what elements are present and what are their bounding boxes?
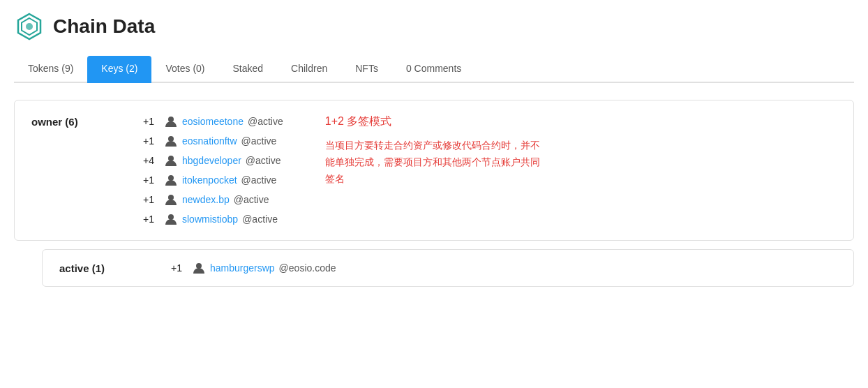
- key-row: +1 newdex.bp @active: [143, 193, 283, 207]
- svg-point-8: [168, 214, 174, 220]
- person-icon: [192, 261, 206, 275]
- svg-point-5: [168, 156, 174, 161]
- key-weight: +1: [143, 174, 160, 186]
- person-icon: [164, 212, 178, 226]
- active-section-label: active (1): [59, 261, 171, 275]
- owner-section: owner (6) +1 eosiomeetone @active +1 eos…: [14, 100, 854, 241]
- key-row: +4 hbgdeveloper @active: [143, 154, 283, 167]
- key-account-link[interactable]: hamburgerswp: [210, 262, 275, 274]
- key-permission: @active: [242, 214, 278, 225]
- owner-keys-list: +1 eosiomeetone @active +1 eosnationftw …: [143, 114, 283, 226]
- svg-point-7: [168, 195, 174, 200]
- key-weight: +4: [143, 155, 160, 166]
- key-row: +1 slowmistiobp @active: [143, 212, 283, 226]
- active-keys-list: +1 hamburgerswp @eosio.code: [171, 261, 336, 275]
- key-weight: +1: [143, 194, 160, 205]
- svg-point-3: [168, 117, 174, 122]
- svg-point-6: [168, 175, 174, 181]
- key-row: +1 itokenpocket @active: [143, 173, 283, 187]
- tab-nfts[interactable]: NFTs: [341, 56, 392, 83]
- key-row: +1 eosnationftw @active: [143, 134, 283, 148]
- key-account-link[interactable]: eosnationftw: [182, 135, 237, 147]
- active-section-wrapper: active (1) +1 hamburgerswp @eosio.code: [28, 249, 854, 287]
- key-account-link[interactable]: newdex.bp: [182, 194, 230, 205]
- key-weight: +1: [143, 135, 160, 147]
- person-icon: [164, 193, 178, 207]
- annotation-desc-text: 当项目方要转走合约资产或修改代码合约时，并不能单独完成，需要项目方和其他两个节点…: [325, 137, 548, 187]
- key-account-link[interactable]: eosiomeetone: [182, 116, 244, 127]
- key-weight: +1: [143, 214, 160, 225]
- key-weight: +1: [171, 262, 188, 274]
- tabs-bar: Tokens (9) Keys (2) Votes (0) Staked Chi…: [14, 56, 854, 83]
- header: Chain Data: [14, 11, 854, 42]
- tab-votes[interactable]: Votes (0): [151, 56, 218, 83]
- owner-section-label: owner (6): [31, 114, 143, 226]
- chain-data-logo-icon: [14, 11, 45, 42]
- key-row: +1 hamburgerswp @eosio.code: [171, 261, 336, 275]
- key-account-link[interactable]: hbgdeveloper: [182, 155, 241, 166]
- key-permission: @active: [248, 116, 283, 127]
- key-row: +1 eosiomeetone @active: [143, 114, 283, 128]
- person-icon: [164, 154, 178, 167]
- svg-point-9: [196, 263, 202, 269]
- annotation-box: 1+2 多签模式 当项目方要转走合约资产或修改代码合约时，并不能单独完成，需要项…: [325, 114, 548, 226]
- tab-children[interactable]: Children: [277, 56, 341, 83]
- person-icon: [164, 114, 178, 128]
- tab-tokens[interactable]: Tokens (9): [14, 56, 87, 83]
- person-icon: [164, 173, 178, 187]
- svg-point-4: [168, 136, 174, 142]
- tab-comments[interactable]: 0 Comments: [392, 56, 475, 83]
- svg-point-2: [26, 23, 33, 30]
- person-icon: [164, 134, 178, 148]
- tab-keys[interactable]: Keys (2): [87, 56, 151, 83]
- key-permission: @active: [241, 174, 277, 186]
- key-account-link[interactable]: itokenpocket: [182, 174, 237, 186]
- tab-staked[interactable]: Staked: [219, 56, 278, 83]
- key-permission: @active: [246, 155, 281, 166]
- page-title: Chain Data: [53, 15, 155, 38]
- key-account-link[interactable]: slowmistiobp: [182, 214, 238, 225]
- key-weight: +1: [143, 116, 160, 127]
- page: Chain Data Tokens (9) Keys (2) Votes (0)…: [0, 0, 868, 388]
- annotation-main-text: 1+2 多签模式: [325, 114, 548, 129]
- key-permission: @active: [241, 135, 277, 147]
- active-section: active (1) +1 hamburgerswp @eosio.code: [42, 249, 854, 287]
- key-permission: @eosio.code: [279, 262, 336, 274]
- key-permission: @active: [234, 194, 269, 205]
